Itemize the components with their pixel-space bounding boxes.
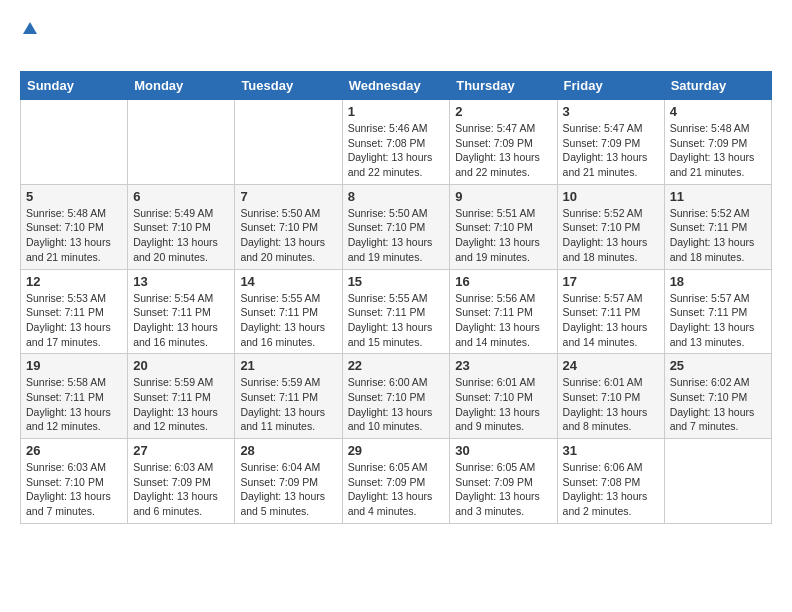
day-of-week-header: Thursday bbox=[450, 72, 557, 100]
day-info: Sunrise: 6:02 AM Sunset: 7:10 PM Dayligh… bbox=[670, 375, 766, 434]
calendar-cell: 31Sunrise: 6:06 AM Sunset: 7:08 PM Dayli… bbox=[557, 439, 664, 524]
calendar-cell: 16Sunrise: 5:56 AM Sunset: 7:11 PM Dayli… bbox=[450, 269, 557, 354]
day-number: 8 bbox=[348, 189, 445, 204]
calendar-cell: 22Sunrise: 6:00 AM Sunset: 7:10 PM Dayli… bbox=[342, 354, 450, 439]
day-number: 25 bbox=[670, 358, 766, 373]
day-of-week-header: Saturday bbox=[664, 72, 771, 100]
day-number: 2 bbox=[455, 104, 551, 119]
day-info: Sunrise: 6:04 AM Sunset: 7:09 PM Dayligh… bbox=[240, 460, 336, 519]
calendar-week-row: 5Sunrise: 5:48 AM Sunset: 7:10 PM Daylig… bbox=[21, 184, 772, 269]
day-info: Sunrise: 6:03 AM Sunset: 7:10 PM Dayligh… bbox=[26, 460, 122, 519]
day-of-week-header: Wednesday bbox=[342, 72, 450, 100]
day-of-week-header: Monday bbox=[128, 72, 235, 100]
calendar-cell: 26Sunrise: 6:03 AM Sunset: 7:10 PM Dayli… bbox=[21, 439, 128, 524]
day-info: Sunrise: 5:56 AM Sunset: 7:11 PM Dayligh… bbox=[455, 291, 551, 350]
day-number: 17 bbox=[563, 274, 659, 289]
day-info: Sunrise: 5:57 AM Sunset: 7:11 PM Dayligh… bbox=[563, 291, 659, 350]
calendar-cell: 9Sunrise: 5:51 AM Sunset: 7:10 PM Daylig… bbox=[450, 184, 557, 269]
day-number: 30 bbox=[455, 443, 551, 458]
calendar-cell: 4Sunrise: 5:48 AM Sunset: 7:09 PM Daylig… bbox=[664, 100, 771, 185]
calendar-cell: 5Sunrise: 5:48 AM Sunset: 7:10 PM Daylig… bbox=[21, 184, 128, 269]
day-info: Sunrise: 5:59 AM Sunset: 7:11 PM Dayligh… bbox=[133, 375, 229, 434]
calendar-cell: 15Sunrise: 5:55 AM Sunset: 7:11 PM Dayli… bbox=[342, 269, 450, 354]
day-info: Sunrise: 6:05 AM Sunset: 7:09 PM Dayligh… bbox=[348, 460, 445, 519]
day-number: 27 bbox=[133, 443, 229, 458]
calendar-cell: 25Sunrise: 6:02 AM Sunset: 7:10 PM Dayli… bbox=[664, 354, 771, 439]
day-info: Sunrise: 5:47 AM Sunset: 7:09 PM Dayligh… bbox=[455, 121, 551, 180]
day-number: 11 bbox=[670, 189, 766, 204]
day-info: Sunrise: 5:46 AM Sunset: 7:08 PM Dayligh… bbox=[348, 121, 445, 180]
day-of-week-header: Sunday bbox=[21, 72, 128, 100]
calendar-header-row: SundayMondayTuesdayWednesdayThursdayFrid… bbox=[21, 72, 772, 100]
page-header bbox=[20, 20, 772, 61]
day-of-week-header: Tuesday bbox=[235, 72, 342, 100]
day-number: 24 bbox=[563, 358, 659, 373]
calendar-cell: 8Sunrise: 5:50 AM Sunset: 7:10 PM Daylig… bbox=[342, 184, 450, 269]
logo-icon bbox=[21, 20, 39, 38]
calendar-cell bbox=[128, 100, 235, 185]
calendar-cell: 23Sunrise: 6:01 AM Sunset: 7:10 PM Dayli… bbox=[450, 354, 557, 439]
calendar-cell: 20Sunrise: 5:59 AM Sunset: 7:11 PM Dayli… bbox=[128, 354, 235, 439]
day-number: 28 bbox=[240, 443, 336, 458]
calendar-cell: 10Sunrise: 5:52 AM Sunset: 7:10 PM Dayli… bbox=[557, 184, 664, 269]
day-info: Sunrise: 6:05 AM Sunset: 7:09 PM Dayligh… bbox=[455, 460, 551, 519]
calendar-cell: 2Sunrise: 5:47 AM Sunset: 7:09 PM Daylig… bbox=[450, 100, 557, 185]
day-info: Sunrise: 6:01 AM Sunset: 7:10 PM Dayligh… bbox=[455, 375, 551, 434]
calendar-cell: 18Sunrise: 5:57 AM Sunset: 7:11 PM Dayli… bbox=[664, 269, 771, 354]
calendar-cell: 30Sunrise: 6:05 AM Sunset: 7:09 PM Dayli… bbox=[450, 439, 557, 524]
calendar-cell: 13Sunrise: 5:54 AM Sunset: 7:11 PM Dayli… bbox=[128, 269, 235, 354]
day-number: 26 bbox=[26, 443, 122, 458]
calendar-cell bbox=[21, 100, 128, 185]
day-number: 3 bbox=[563, 104, 659, 119]
day-number: 22 bbox=[348, 358, 445, 373]
calendar-cell: 29Sunrise: 6:05 AM Sunset: 7:09 PM Dayli… bbox=[342, 439, 450, 524]
day-info: Sunrise: 5:50 AM Sunset: 7:10 PM Dayligh… bbox=[348, 206, 445, 265]
calendar-cell: 14Sunrise: 5:55 AM Sunset: 7:11 PM Dayli… bbox=[235, 269, 342, 354]
day-number: 18 bbox=[670, 274, 766, 289]
calendar-cell: 19Sunrise: 5:58 AM Sunset: 7:11 PM Dayli… bbox=[21, 354, 128, 439]
calendar-week-row: 19Sunrise: 5:58 AM Sunset: 7:11 PM Dayli… bbox=[21, 354, 772, 439]
day-info: Sunrise: 5:55 AM Sunset: 7:11 PM Dayligh… bbox=[348, 291, 445, 350]
day-number: 15 bbox=[348, 274, 445, 289]
day-number: 23 bbox=[455, 358, 551, 373]
calendar-cell: 17Sunrise: 5:57 AM Sunset: 7:11 PM Dayli… bbox=[557, 269, 664, 354]
calendar-cell: 6Sunrise: 5:49 AM Sunset: 7:10 PM Daylig… bbox=[128, 184, 235, 269]
calendar-cell: 24Sunrise: 6:01 AM Sunset: 7:10 PM Dayli… bbox=[557, 354, 664, 439]
day-number: 1 bbox=[348, 104, 445, 119]
day-of-week-header: Friday bbox=[557, 72, 664, 100]
day-info: Sunrise: 5:48 AM Sunset: 7:10 PM Dayligh… bbox=[26, 206, 122, 265]
day-number: 14 bbox=[240, 274, 336, 289]
calendar-week-row: 26Sunrise: 6:03 AM Sunset: 7:10 PM Dayli… bbox=[21, 439, 772, 524]
day-info: Sunrise: 5:52 AM Sunset: 7:11 PM Dayligh… bbox=[670, 206, 766, 265]
day-info: Sunrise: 6:00 AM Sunset: 7:10 PM Dayligh… bbox=[348, 375, 445, 434]
day-info: Sunrise: 5:59 AM Sunset: 7:11 PM Dayligh… bbox=[240, 375, 336, 434]
day-info: Sunrise: 5:48 AM Sunset: 7:09 PM Dayligh… bbox=[670, 121, 766, 180]
day-number: 29 bbox=[348, 443, 445, 458]
day-number: 13 bbox=[133, 274, 229, 289]
calendar-cell bbox=[235, 100, 342, 185]
svg-marker-0 bbox=[23, 22, 37, 34]
logo bbox=[20, 20, 40, 61]
day-info: Sunrise: 6:01 AM Sunset: 7:10 PM Dayligh… bbox=[563, 375, 659, 434]
day-info: Sunrise: 5:49 AM Sunset: 7:10 PM Dayligh… bbox=[133, 206, 229, 265]
day-number: 5 bbox=[26, 189, 122, 204]
calendar-cell: 28Sunrise: 6:04 AM Sunset: 7:09 PM Dayli… bbox=[235, 439, 342, 524]
day-number: 16 bbox=[455, 274, 551, 289]
day-number: 6 bbox=[133, 189, 229, 204]
day-number: 4 bbox=[670, 104, 766, 119]
day-info: Sunrise: 5:50 AM Sunset: 7:10 PM Dayligh… bbox=[240, 206, 336, 265]
calendar-table: SundayMondayTuesdayWednesdayThursdayFrid… bbox=[20, 71, 772, 524]
calendar-cell: 12Sunrise: 5:53 AM Sunset: 7:11 PM Dayli… bbox=[21, 269, 128, 354]
calendar-cell: 1Sunrise: 5:46 AM Sunset: 7:08 PM Daylig… bbox=[342, 100, 450, 185]
day-number: 7 bbox=[240, 189, 336, 204]
calendar-cell: 3Sunrise: 5:47 AM Sunset: 7:09 PM Daylig… bbox=[557, 100, 664, 185]
day-number: 21 bbox=[240, 358, 336, 373]
calendar-cell: 7Sunrise: 5:50 AM Sunset: 7:10 PM Daylig… bbox=[235, 184, 342, 269]
day-info: Sunrise: 5:51 AM Sunset: 7:10 PM Dayligh… bbox=[455, 206, 551, 265]
calendar-cell: 21Sunrise: 5:59 AM Sunset: 7:11 PM Dayli… bbox=[235, 354, 342, 439]
day-info: Sunrise: 5:55 AM Sunset: 7:11 PM Dayligh… bbox=[240, 291, 336, 350]
day-number: 19 bbox=[26, 358, 122, 373]
calendar-week-row: 1Sunrise: 5:46 AM Sunset: 7:08 PM Daylig… bbox=[21, 100, 772, 185]
day-number: 31 bbox=[563, 443, 659, 458]
day-info: Sunrise: 5:57 AM Sunset: 7:11 PM Dayligh… bbox=[670, 291, 766, 350]
